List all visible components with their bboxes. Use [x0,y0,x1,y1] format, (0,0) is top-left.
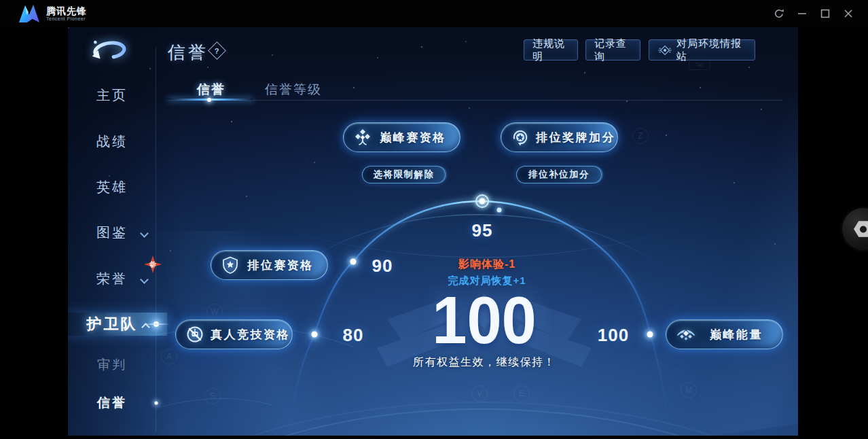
violation-info-button[interactable]: 违规说明 [524,39,578,60]
app-logo: 腾讯先锋 Tencent Pioneer [18,3,87,24]
page-title: 信誉 [168,41,209,65]
close-icon[interactable] [838,3,858,24]
gauge-dot-top [497,208,502,213]
watermark-key: M [681,382,697,398]
wing-badge-icon [657,42,672,58]
gauge-tick-95: 95 [472,220,493,241]
sidebar-item-credit[interactable]: 信誉 [68,394,156,412]
tab-credit-level[interactable]: 信誉等级 [265,81,322,99]
gauge-dot-100 [647,332,653,338]
peak-qualify-button[interactable]: 巅峰赛资格 [343,122,460,152]
maximize-icon[interactable] [815,3,835,24]
status-message: 所有权益生效，继续保持！ [413,355,556,370]
titlebar: 腾讯先锋 Tencent Pioneer [0,0,868,27]
penalty-label: 影响体验-1 [458,258,516,272]
peak-energy-button[interactable]: 巅峰能量 [666,319,783,349]
gauge-tick-90: 90 [372,256,393,277]
refresh-icon[interactable] [769,3,789,24]
edge-settings-fab[interactable] [842,208,868,250]
rank-qualify-button[interactable]: 排位赛资格 [211,250,328,280]
gauge-tick-100: 100 [598,325,629,346]
active-tab-dot [207,98,211,102]
medal-cycle-icon [511,128,530,147]
minimize-icon[interactable] [792,3,812,24]
match-env-intel-button[interactable]: 对局环境情报站 [649,39,755,60]
shield-star-icon [221,256,240,275]
peak-diamonds-icon [353,128,372,147]
watermark-key: E [513,385,530,402]
peak-energy-icon [676,325,696,344]
gauge-tick-80: 80 [343,325,364,346]
human-compete-button[interactable]: 真人竞技资格 [175,319,293,349]
gauge-current-marker [475,194,489,208]
rank-fill-bonus-button[interactable]: 排位补位加分 [516,166,602,183]
no-bot-icon [185,325,204,344]
rank-medal-bonus-button[interactable]: 排位奖牌加分 [501,122,618,152]
back-arrow-icon[interactable] [88,35,129,64]
credit-score-value: 100 [432,282,537,359]
app-name: 腾讯先锋 [46,6,87,16]
tab-credit[interactable]: 信誉 [197,81,225,99]
pick-limit-lift-button[interactable]: 选将限制解除 [362,166,446,183]
watermark-key: V [471,385,488,402]
app-name-en: Tencent Pioneer [46,16,87,21]
app-window: 腾讯先锋 Tencent Pioneer [0,0,868,439]
watermark-key: S [204,388,221,404]
game-viewport: Tab Z W A V E M S 主页 战绩 英雄 图鉴 荣誉 新 护卫队 [68,27,798,436]
watermark-key: Z [632,128,649,144]
sidebar-item-heroes[interactable]: 英雄 [68,178,156,196]
record-query-button[interactable]: 记录查询 [585,39,640,60]
sidebar-item-records[interactable]: 战绩 [68,133,156,151]
tencent-pioneer-logo-icon [18,3,41,24]
tab-divider [168,100,782,101]
gauge-dot-90 [350,259,357,265]
watermark-key: W [206,304,223,320]
hexagon-nut-icon [854,221,868,238]
gauge-dot-80 [312,332,318,338]
sidebar-item-judgement[interactable]: 审判 [68,356,156,374]
window-controls [769,0,858,27]
sidebar-item-home[interactable]: 主页 [68,86,156,105]
sidebar-item-guard-team[interactable]: 护卫队 [68,314,156,334]
